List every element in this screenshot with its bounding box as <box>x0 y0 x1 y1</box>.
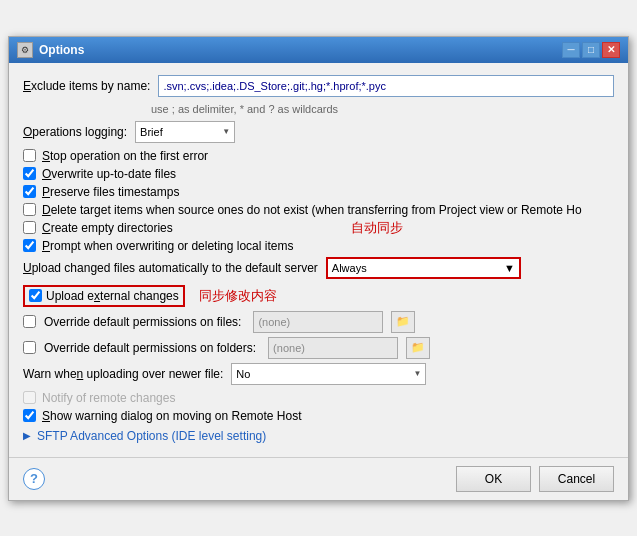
notify-remote-checkbox[interactable] <box>23 391 36 404</box>
window-title: Options <box>39 43 84 57</box>
cancel-button[interactable]: Cancel <box>539 466 614 492</box>
exclude-items-row: Exclude items by name: <box>23 75 614 97</box>
override-files-checkbox[interactable] <box>23 315 36 328</box>
sftp-expand-icon: ▶ <box>23 430 31 441</box>
override-files-browse[interactable]: 📁 <box>391 311 415 333</box>
exclude-items-hint: use ; as delimiter, * and ? as wildcards <box>151 103 614 115</box>
dropdown-arrow: ▼ <box>222 127 230 136</box>
show-warning-label: Show warning dialog on moving on Remote … <box>42 409 302 423</box>
operations-logging-select[interactable]: Brief ▼ <box>135 121 235 143</box>
warn-newer-label: Warn when uploading over newer file: <box>23 367 223 381</box>
stop-operation-checkbox[interactable] <box>23 149 36 162</box>
close-button[interactable]: ✕ <box>602 42 620 58</box>
dialog-buttons: OK Cancel <box>456 466 614 492</box>
override-folders-checkbox[interactable] <box>23 341 36 354</box>
show-warning-checkbox[interactable] <box>23 409 36 422</box>
delete-target-row: Delete target items when source ones do … <box>23 203 614 217</box>
prompt-label: Prompt when overwriting or deleting loca… <box>42 239 293 253</box>
override-files-label: Override default permissions on files: <box>44 315 241 329</box>
minimize-button[interactable]: ─ <box>562 42 580 58</box>
delete-target-checkbox[interactable] <box>23 203 36 216</box>
preserve-label: Preserve files timestamps <box>42 185 179 199</box>
operations-logging-value: Brief <box>140 126 163 138</box>
preserve-row: Preserve files timestamps <box>23 185 614 199</box>
override-folders-browse[interactable]: 📁 <box>406 337 430 359</box>
window-icon: ⚙ <box>17 42 33 58</box>
upload-changed-row: Upload changed files automatically to th… <box>23 257 614 279</box>
operations-logging-row: Operations logging: Brief ▼ <box>23 121 614 143</box>
override-folders-input: (none) <box>268 337 398 359</box>
upload-changed-arrow: ▼ <box>504 262 515 274</box>
window-controls: ─ □ ✕ <box>562 42 620 58</box>
auto-sync-label: 自动同步 <box>351 219 403 237</box>
maximize-button[interactable]: □ <box>582 42 600 58</box>
notify-remote-label: Notify of remote changes <box>42 391 175 405</box>
sftp-label: SFTP Advanced Options (IDE level setting… <box>37 429 266 443</box>
show-warning-row: Show warning dialog on moving on Remote … <box>23 409 614 423</box>
warn-newer-value: No <box>236 368 250 380</box>
sync-changes-label: 同步修改内容 <box>199 287 277 305</box>
overwrite-row: Overwrite up-to-date files <box>23 167 614 181</box>
override-folders-row: Override default permissions on folders:… <box>23 337 614 359</box>
dialog-content: Exclude items by name: use ; as delimite… <box>9 63 628 453</box>
upload-external-highlight: Upload external changes <box>23 285 185 307</box>
upload-external-label: Upload external changes <box>46 289 179 303</box>
override-folders-label: Override default permissions on folders: <box>44 341 256 355</box>
operations-logging-label: Operations logging: <box>23 125 127 139</box>
sftp-row[interactable]: ▶ SFTP Advanced Options (IDE level setti… <box>23 429 614 443</box>
overwrite-label: Overwrite up-to-date files <box>42 167 176 181</box>
override-files-row: Override default permissions on files: (… <box>23 311 614 333</box>
warn-newer-row: Warn when uploading over newer file: No … <box>23 363 614 385</box>
ok-button[interactable]: OK <box>456 466 531 492</box>
overwrite-checkbox[interactable] <box>23 167 36 180</box>
exclude-items-label: Exclude items by name: <box>23 79 150 93</box>
stop-operation-label: Stop operation on the first error <box>42 149 208 163</box>
warn-newer-select[interactable]: No ▼ <box>231 363 426 385</box>
prompt-row: Prompt when overwriting or deleting loca… <box>23 239 614 253</box>
upload-external-row: Upload external changes 同步修改内容 <box>23 285 614 307</box>
create-empty-checkbox[interactable] <box>23 221 36 234</box>
override-folders-value: (none) <box>273 342 305 354</box>
create-empty-row: Create empty directories 自动同步 <box>23 221 614 235</box>
override-files-value: (none) <box>258 316 290 328</box>
stop-operation-row: Stop operation on the first error <box>23 149 614 163</box>
exclude-items-input[interactable] <box>158 75 614 97</box>
preserve-checkbox[interactable] <box>23 185 36 198</box>
notify-remote-row: Notify of remote changes <box>23 391 614 405</box>
prompt-checkbox[interactable] <box>23 239 36 252</box>
warn-newer-arrow: ▼ <box>413 369 421 378</box>
upload-changed-select[interactable]: Always ▼ <box>326 257 521 279</box>
delete-target-label: Delete target items when source ones do … <box>42 203 582 217</box>
help-button[interactable]: ? <box>23 468 45 490</box>
title-bar: ⚙ Options ─ □ ✕ <box>9 37 628 63</box>
upload-changed-value: Always <box>332 262 367 274</box>
upload-changed-label: Upload changed files automatically to th… <box>23 261 318 275</box>
upload-external-checkbox[interactable] <box>29 289 42 302</box>
create-empty-label: Create empty directories <box>42 221 173 235</box>
options-dialog: ⚙ Options ─ □ ✕ Exclude items by name: u… <box>8 36 629 501</box>
override-files-input: (none) <box>253 311 383 333</box>
bottom-bar: ? OK Cancel <box>9 457 628 500</box>
